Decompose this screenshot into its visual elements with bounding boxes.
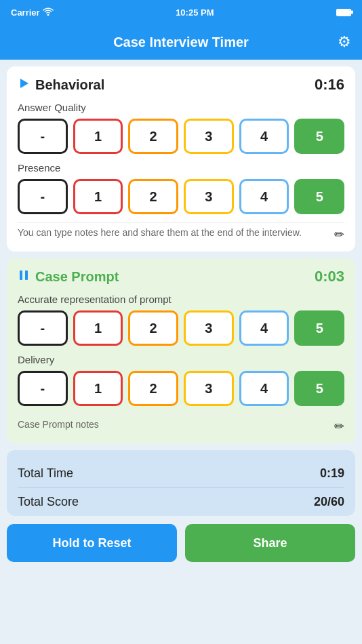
answer-quality-row: - 1 2 3 4 5 — [18, 119, 344, 154]
dl-btn-3[interactable]: 3 — [184, 371, 234, 406]
app-header: Case Interview Timer ⚙ — [0, 24, 362, 60]
case-prompt-pencil-icon[interactable]: ✏ — [334, 419, 344, 434]
reset-button[interactable]: Hold to Reset — [7, 524, 177, 562]
accurate-rep-row: - 1 2 3 4 5 — [18, 310, 344, 346]
aq-btn-2[interactable]: 2 — [128, 119, 178, 154]
play-icon[interactable] — [18, 77, 30, 93]
carrier-area: Carrier — [11, 7, 54, 18]
svg-rect-3 — [25, 270, 28, 280]
svg-marker-1 — [20, 79, 28, 88]
aq-btn-1[interactable]: 1 — [73, 119, 123, 154]
total-time-label: Total Time — [18, 466, 73, 481]
carrier-label: Carrier — [11, 7, 40, 18]
total-score-value: 20/60 — [314, 495, 344, 509]
pr-btn-3[interactable]: 3 — [184, 179, 234, 214]
aq-btn-5[interactable]: 5 — [294, 119, 344, 154]
ar-btn-5[interactable]: 5 — [294, 310, 344, 346]
ar-btn-2[interactable]: 2 — [128, 310, 178, 346]
total-score-label: Total Score — [18, 495, 79, 509]
behavioral-header: Behavioral 0:16 — [18, 76, 344, 94]
answer-quality-label: Answer Quality — [18, 102, 344, 113]
status-time: 10:25 PM — [176, 7, 214, 18]
stats-section: Total Time 0:19 Total Score 20/60 — [7, 450, 355, 516]
ar-btn-3[interactable]: 3 — [184, 310, 234, 346]
ar-btn-dash[interactable]: - — [18, 310, 68, 346]
behavioral-notes-row: You can type notes here and share them a… — [18, 222, 344, 242]
ar-btn-1[interactable]: 1 — [73, 310, 123, 346]
wifi-icon — [43, 7, 54, 18]
dl-btn-4[interactable]: 4 — [239, 371, 289, 406]
total-time-row: Total Time 0:19 — [18, 460, 344, 487]
total-score-row: Total Score 20/60 — [18, 487, 344, 516]
gear-icon[interactable]: ⚙ — [338, 33, 351, 51]
behavioral-pencil-icon[interactable]: ✏ — [334, 227, 344, 242]
aq-btn-dash[interactable]: - — [18, 119, 68, 154]
battery-icon — [336, 9, 351, 16]
accurate-rep-label: Accurate representation of prompt — [18, 294, 344, 305]
behavioral-timer: 0:16 — [315, 76, 344, 94]
case-prompt-notes-label: Case Prompt notes — [18, 419, 334, 430]
pr-btn-2[interactable]: 2 — [128, 179, 178, 214]
aq-btn-4[interactable]: 4 — [239, 119, 289, 154]
total-time-value: 0:19 — [320, 466, 344, 481]
dl-btn-5[interactable]: 5 — [294, 371, 344, 406]
svg-rect-2 — [20, 270, 22, 280]
delivery-row: - 1 2 3 4 5 — [18, 371, 344, 406]
behavioral-header-left: Behavioral — [18, 77, 104, 93]
delivery-label: Delivery — [18, 354, 344, 365]
aq-btn-3[interactable]: 3 — [184, 119, 234, 154]
dl-btn-1[interactable]: 1 — [73, 371, 123, 406]
pause-icon[interactable] — [18, 269, 30, 285]
case-prompt-timer: 0:03 — [315, 268, 344, 285]
status-bar: Carrier 10:25 PM — [0, 0, 362, 24]
case-prompt-notes-row: Case Prompt notes ✏ — [18, 414, 344, 434]
app-title: Case Interview Timer — [113, 35, 249, 50]
behavioral-notes-text: You can type notes here and share them a… — [18, 227, 334, 238]
case-prompt-header-left: Case Prompt — [18, 269, 119, 285]
pr-btn-5[interactable]: 5 — [294, 179, 344, 214]
pr-btn-4[interactable]: 4 — [239, 179, 289, 214]
behavioral-title: Behavioral — [35, 77, 104, 93]
presence-row: - 1 2 3 4 5 — [18, 179, 344, 214]
behavioral-section: Behavioral 0:16 Answer Quality - 1 2 3 4… — [7, 66, 355, 251]
pr-btn-dash[interactable]: - — [18, 179, 68, 214]
share-button[interactable]: Share — [185, 524, 355, 562]
case-prompt-title: Case Prompt — [35, 269, 119, 285]
dl-btn-dash[interactable]: - — [18, 371, 68, 406]
pr-btn-1[interactable]: 1 — [73, 179, 123, 214]
case-prompt-section: Case Prompt 0:03 Accurate representation… — [7, 258, 355, 443]
svg-point-0 — [47, 14, 49, 16]
bottom-buttons: Hold to Reset Share — [7, 524, 355, 565]
presence-label: Presence — [18, 162, 344, 174]
dl-btn-2[interactable]: 2 — [128, 371, 178, 406]
case-prompt-header: Case Prompt 0:03 — [18, 268, 344, 285]
ar-btn-4[interactable]: 4 — [239, 310, 289, 346]
